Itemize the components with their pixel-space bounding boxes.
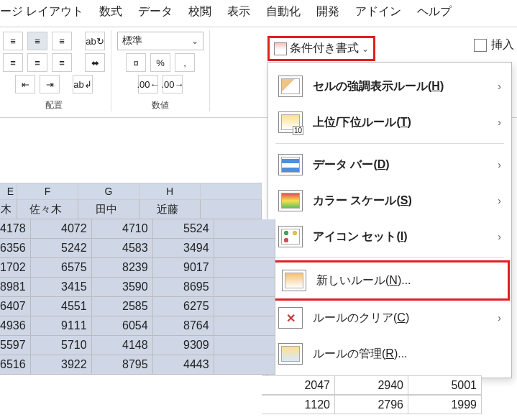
cell[interactable]: 4936 — [0, 316, 31, 336]
cell[interactable]: 4072 — [31, 219, 92, 239]
cell[interactable]: 9017 — [153, 258, 214, 278]
col-header[interactable]: G — [78, 183, 139, 200]
color-scales-item[interactable]: カラー スケール(S) › — [268, 183, 511, 219]
cell[interactable] — [201, 200, 262, 219]
col-header[interactable]: F — [17, 183, 78, 200]
cell[interactable]: 佐々木 — [17, 200, 78, 219]
cell[interactable]: 5597 — [0, 336, 31, 355]
menu-item[interactable]: 自動化 — [266, 4, 301, 19]
col-header[interactable]: H — [139, 183, 201, 200]
decrease-decimal-icon[interactable]: .00→ — [163, 75, 183, 93]
cell[interactable]: 2585 — [92, 297, 153, 316]
align-middle-icon[interactable]: ≡ — [27, 32, 47, 50]
cell[interactable]: 8795 — [92, 355, 153, 375]
menu-item[interactable]: アドイン — [355, 4, 401, 19]
cell[interactable]: 6356 — [0, 239, 31, 258]
percent-icon[interactable]: % — [150, 53, 170, 72]
cell[interactable] — [214, 219, 275, 239]
cell[interactable]: 3590 — [92, 278, 153, 297]
cell[interactable] — [214, 297, 275, 316]
spreadsheet[interactable]: E F G H 木村 佐々木 田中 近藤 4178407247105524635… — [0, 183, 262, 375]
currency-icon[interactable]: ¤ — [126, 53, 146, 72]
cell[interactable]: 8764 — [153, 316, 214, 336]
cell[interactable]: 6275 — [153, 297, 214, 316]
cell[interactable]: 8981 — [0, 278, 31, 297]
cell[interactable]: 5710 — [31, 336, 92, 355]
chevron-down-icon: ⌄ — [362, 44, 369, 54]
cell[interactable] — [214, 239, 275, 258]
top-bottom-rules-item[interactable]: 上位/下位ルール(T) › — [268, 104, 511, 140]
cell[interactable]: 4443 — [153, 355, 214, 375]
cell[interactable]: 1999 — [408, 395, 482, 414]
wrap-text-icon[interactable]: ab↲ — [73, 75, 93, 93]
cell[interactable]: 3922 — [31, 355, 92, 375]
merge-cells-icon[interactable]: ⬌ — [85, 53, 105, 72]
manage-rules-item[interactable]: ルールの管理(R)... — [268, 336, 511, 372]
separator — [275, 143, 504, 144]
table-row: 5597571041489309 — [0, 336, 262, 355]
menu-item[interactable]: 開発 — [316, 4, 339, 19]
cell[interactable]: 木村 — [0, 200, 17, 219]
align-right-icon[interactable]: ≡ — [52, 53, 72, 72]
cell[interactable]: 4551 — [31, 297, 92, 316]
orientation-icon[interactable]: ab↻ — [85, 32, 105, 50]
menu-item[interactable]: 数式 — [99, 4, 122, 19]
number-format-select[interactable]: 標準 ⌄ — [117, 32, 203, 50]
highlight-cells-rules-item[interactable]: セルの強調表示ルール(H) › — [268, 68, 511, 104]
cell[interactable]: 2047 — [262, 375, 335, 395]
cell[interactable]: 8695 — [153, 278, 214, 297]
separator — [275, 257, 504, 258]
icon-sets-item[interactable]: アイコン セット(I) › — [268, 219, 511, 255]
cell[interactable]: 4710 — [92, 219, 153, 239]
cell[interactable]: 田中 — [78, 200, 139, 219]
conditional-formatting-label: 条件付き書式 — [290, 41, 359, 56]
cell[interactable]: 1702 — [0, 258, 31, 278]
cell[interactable] — [214, 355, 275, 375]
data-bars-item[interactable]: データ バー(D) › — [268, 147, 511, 183]
cell[interactable] — [214, 278, 275, 297]
insert-button[interactable]: 挿入 — [474, 37, 514, 52]
new-rule-item[interactable]: 新しいルール(N)... — [270, 260, 510, 301]
align-left-icon[interactable]: ≡ — [3, 53, 23, 72]
conditional-formatting-button[interactable]: 条件付き書式 ⌄ — [267, 36, 375, 61]
cell[interactable] — [214, 316, 275, 336]
align-bottom-icon[interactable]: ≡ — [52, 32, 72, 50]
cell[interactable] — [214, 258, 275, 278]
menu-item[interactable]: ヘルプ — [417, 4, 452, 19]
col-header[interactable]: E — [0, 183, 17, 200]
cell[interactable]: 4178 — [0, 219, 31, 239]
menu-item[interactable]: ージ レイアウト — [0, 4, 83, 19]
cell[interactable]: 5524 — [153, 219, 214, 239]
menu-item[interactable]: データ — [138, 4, 173, 19]
decrease-indent-icon[interactable]: ⇤ — [15, 75, 35, 93]
cell[interactable]: 8239 — [92, 258, 153, 278]
cell[interactable]: 6407 — [0, 297, 31, 316]
cell[interactable]: 近藤 — [139, 200, 201, 219]
cell[interactable]: 5001 — [408, 375, 482, 395]
menu-item[interactable]: 校閲 — [188, 4, 211, 19]
col-header[interactable] — [201, 183, 262, 200]
cell[interactable]: 4148 — [92, 336, 153, 355]
cell[interactable]: 6575 — [31, 258, 92, 278]
table-row: 6356524245833494 — [0, 239, 262, 258]
cell[interactable]: 6516 — [0, 355, 31, 375]
cell[interactable]: 1120 — [262, 395, 335, 414]
number-label: 数値 — [152, 99, 169, 111]
cell[interactable] — [214, 336, 275, 355]
cell[interactable]: 3415 — [31, 278, 92, 297]
comma-icon[interactable]: , — [175, 53, 195, 72]
cell[interactable]: 5242 — [31, 239, 92, 258]
increase-indent-icon[interactable]: ⇥ — [40, 75, 60, 93]
align-center-icon[interactable]: ≡ — [27, 53, 47, 72]
cell[interactable]: 9309 — [153, 336, 214, 355]
cell[interactable]: 2796 — [335, 395, 408, 414]
menu-item[interactable]: 表示 — [227, 4, 250, 19]
align-top-icon[interactable]: ≡ — [3, 32, 23, 50]
cell[interactable]: 3494 — [153, 239, 214, 258]
cell[interactable]: 4583 — [92, 239, 153, 258]
clear-rules-item[interactable]: ルールのクリア(C) › — [268, 300, 511, 336]
increase-decimal-icon[interactable]: .00← — [138, 75, 158, 93]
cell[interactable]: 9111 — [31, 316, 92, 336]
cell[interactable]: 2940 — [335, 375, 408, 395]
cell[interactable]: 6054 — [92, 316, 153, 336]
